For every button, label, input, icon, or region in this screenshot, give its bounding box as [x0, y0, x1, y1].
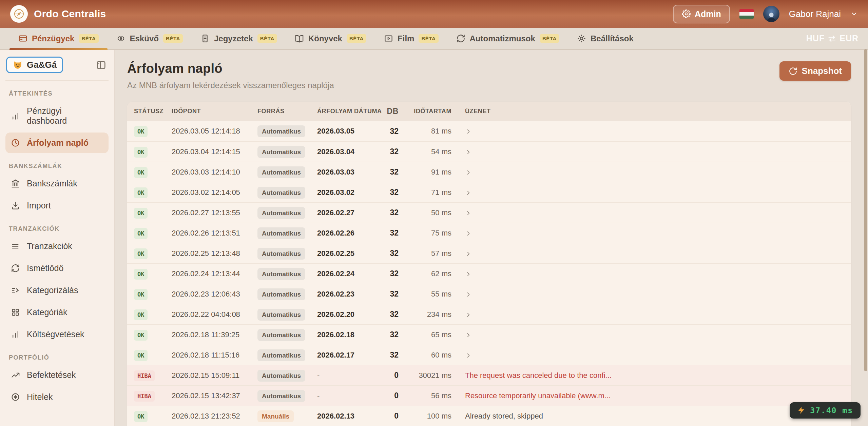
tab-konyvek[interactable]: KönyvekBÉTA	[286, 28, 375, 49]
sidebar-item-arfolyam-naplo[interactable]: Árfolyam napló	[5, 133, 109, 153]
record-count: 32	[382, 208, 402, 217]
rate-date: 2026.02.24	[317, 269, 382, 278]
duration: 71 ms	[402, 188, 451, 197]
tab-film[interactable]: FilmBÉTA	[375, 28, 447, 49]
sidebar-item-befektetesek[interactable]: Befektetések	[5, 365, 109, 385]
table-row[interactable]: OK2026.02.27 12:13:55Automatikus2026.02.…	[127, 202, 851, 223]
chevron-right-icon[interactable]	[465, 168, 472, 177]
row-timestamp: 2026.02.18 11:39:25	[172, 330, 257, 339]
table-row[interactable]: OK2026.02.23 12:06:43Automatikus2026.02.…	[127, 284, 851, 304]
bar-chart-icon	[11, 111, 20, 121]
chevron-right-icon[interactable]	[465, 229, 472, 238]
table-row[interactable]: HIBA2026.02.15 15:09:11Automatikus-03002…	[127, 365, 851, 385]
message	[451, 208, 851, 217]
source-badge: Automatikus	[257, 187, 305, 199]
sidebar-item-hitelek[interactable]: Hitelek	[5, 387, 109, 407]
tab-jegyzetek[interactable]: JegyzetekBÉTA	[192, 28, 286, 49]
chevron-right-icon[interactable]	[465, 188, 472, 197]
chevron-right-icon[interactable]	[465, 249, 472, 258]
table-row[interactable]: OK2026.03.04 12:14:15Automatikus2026.03.…	[127, 141, 851, 162]
admin-button[interactable]: Admin	[673, 5, 730, 23]
chevron-right-icon[interactable]	[465, 147, 472, 156]
sidebar-item-label: Bankszámlák	[27, 179, 77, 188]
table-row[interactable]: OK2026.02.13 21:23:52Manuális2026.02.130…	[127, 406, 851, 426]
chevron-right-icon[interactable]	[465, 310, 472, 319]
user-menu-chevron[interactable]	[850, 10, 858, 18]
snapshot-button[interactable]: Snapshot	[779, 61, 851, 81]
sidebar-item-bankszamlak[interactable]: Bankszámlák	[5, 173, 109, 194]
table-row[interactable]: OK2026.02.24 12:13:44Automatikus2026.02.…	[127, 263, 851, 284]
message	[451, 249, 851, 258]
rate-date: 2026.02.26	[317, 229, 382, 238]
status-badge: OK	[134, 167, 148, 178]
user-name: Gabor Rajnai	[789, 9, 841, 19]
lightning-bolt-icon	[797, 406, 805, 414]
currency-toggle[interactable]: HUF EUR	[806, 34, 859, 43]
rate-date: 2026.02.20	[317, 310, 382, 319]
source-badge: Automatikus	[257, 146, 305, 158]
message: The request was canceled due to the conf…	[451, 371, 851, 380]
workspace-badge[interactable]: Ga&Gá	[6, 57, 63, 73]
row-timestamp: 2026.03.04 12:14:15	[172, 147, 257, 156]
sidebar-item-kategoriak[interactable]: Kategóriák	[5, 302, 109, 323]
source-badge: Automatikus	[257, 207, 305, 219]
table-row[interactable]: OK2026.02.22 04:04:08Automatikus2026.02.…	[127, 304, 851, 324]
sidebar: Ga&Gá ÁTTEKINTÉSPénzügyi dashboardÁrfoly…	[0, 50, 115, 426]
table-row[interactable]: OK2026.03.02 12:14:05Automatikus2026.03.…	[127, 182, 851, 202]
rate-date: 2026.02.18	[317, 330, 382, 339]
sidebar-item-tranzakciok[interactable]: Tranzakciók	[5, 236, 109, 257]
source-badge: Automatikus	[257, 268, 305, 280]
table-row[interactable]: OK2026.02.18 11:39:25Automatikus2026.02.…	[127, 324, 851, 345]
table-row[interactable]: OK2026.03.03 12:14:10Automatikus2026.03.…	[127, 162, 851, 182]
app-window: Ordo Centralis Admin Gabor Rajnai Pénzüg…	[0, 0, 868, 426]
sidebar-item-kategorizalas[interactable]: Kategorizálás	[5, 280, 109, 301]
sidebar-collapse-button[interactable]	[96, 60, 107, 70]
sidebar-item-penzugyi-dashboard[interactable]: Pénzügyi dashboard	[5, 101, 109, 131]
chevron-right-icon[interactable]	[465, 127, 472, 136]
row-timestamp: 2026.02.15 13:42:37	[172, 391, 257, 400]
sidebar-section-bankszamlak: BANKSZÁMLÁK	[9, 163, 105, 170]
table-row[interactable]: OK2026.02.18 11:15:16Automatikus2026.02.…	[127, 345, 851, 365]
table-row[interactable]: OK2026.02.26 12:13:51Automatikus2026.02.…	[127, 223, 851, 243]
row-timestamp: 2026.03.02 12:14:05	[172, 188, 257, 197]
row-timestamp: 2026.02.23 12:06:43	[172, 290, 257, 299]
chevron-right-icon[interactable]	[465, 351, 472, 360]
status-badge: OK	[134, 248, 148, 259]
sidebar-item-import[interactable]: Import	[5, 195, 109, 216]
record-count: 32	[382, 249, 402, 258]
column-header-forras: FORRÁS	[257, 108, 317, 115]
column-header-arfolyam-datuma: ÁRFOLYAM DÁTUMA	[317, 108, 382, 115]
message	[451, 147, 851, 156]
sidebar-item-label: Befektetések	[27, 370, 76, 380]
main-content: Árfolyam napló Az MNB árfolyam lekérdezé…	[115, 50, 868, 426]
duration: 54 ms	[402, 147, 451, 156]
record-count: 32	[382, 228, 402, 238]
chevron-down-icon	[850, 10, 858, 18]
table-row[interactable]: OK2026.02.25 12:13:48Automatikus2026.02.…	[127, 243, 851, 263]
tab-eskuvo[interactable]: EsküvőBÉTA	[108, 28, 192, 49]
app-title: Ordo Centralis	[34, 8, 106, 20]
source-badge: Automatikus	[257, 349, 305, 361]
vertical-scrollbar[interactable]	[864, 49, 867, 371]
message	[451, 229, 851, 238]
table-row[interactable]: HIBA2026.02.15 13:42:37Automatikus-056 m…	[127, 385, 851, 406]
duration: 81 ms	[402, 127, 451, 136]
app-logo[interactable]	[10, 5, 28, 23]
rate-date: 2026.03.03	[317, 168, 382, 177]
status-badge: OK	[134, 350, 148, 361]
chevron-right-icon[interactable]	[465, 330, 472, 339]
chevron-right-icon[interactable]	[465, 208, 472, 217]
sidebar-item-koltsegvetesek[interactable]: Költségvetések	[5, 324, 109, 345]
top-header: Ordo Centralis Admin Gabor Rajnai	[0, 0, 868, 28]
record-count: 32	[382, 127, 402, 136]
hungarian-flag-icon[interactable]	[739, 9, 754, 19]
table-row[interactable]: OK2026.03.05 12:14:18Automatikus2026.03.…	[127, 121, 851, 141]
tab-automatizmusok[interactable]: AutomatizmusokBÉTA	[447, 28, 568, 49]
beta-badge: BÉTA	[540, 34, 559, 43]
sidebar-item-ismetlodo[interactable]: Ismétlődő	[5, 258, 109, 279]
tab-beallitasok[interactable]: Beállítások	[568, 28, 642, 49]
chevron-right-icon[interactable]	[465, 290, 472, 299]
chevron-right-icon[interactable]	[465, 269, 472, 278]
user-avatar[interactable]	[763, 6, 779, 22]
tab-penzugyek[interactable]: PénzügyekBÉTA	[9, 28, 108, 49]
